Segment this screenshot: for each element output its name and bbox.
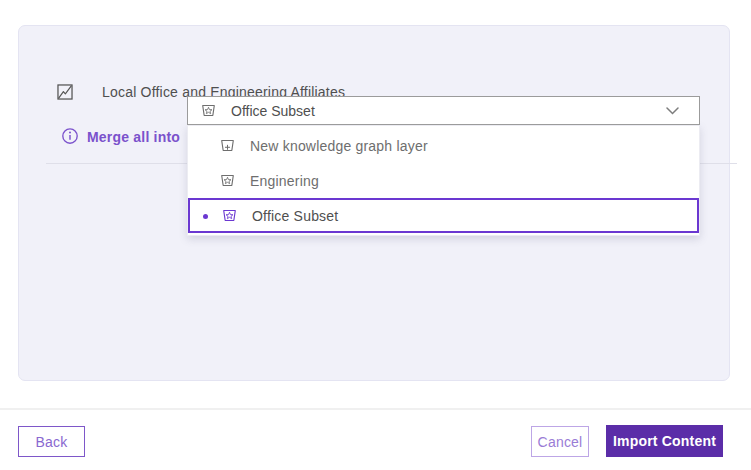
info-icon[interactable] — [61, 127, 79, 145]
knowledge-graph-layer-icon — [221, 207, 238, 224]
knowledge-graph-layer-icon — [219, 172, 236, 189]
dropdown-item-new-layer[interactable]: New knowledge graph layer — [188, 128, 699, 163]
back-button[interactable]: Back — [18, 426, 85, 457]
select-value: Office Subset — [231, 103, 666, 119]
new-knowledge-graph-layer-icon — [219, 137, 236, 154]
merge-target-dropdown: New knowledge graph layer Enginering Off… — [187, 125, 700, 236]
dropdown-item-enginering[interactable]: Enginering — [188, 163, 699, 198]
dropdown-item-label: Office Subset — [252, 208, 338, 224]
cancel-button[interactable]: Cancel — [531, 426, 589, 457]
merge-target-select[interactable]: Office Subset — [187, 96, 700, 125]
dropdown-item-label: Enginering — [250, 173, 319, 189]
selected-bullet — [203, 214, 208, 219]
knowledge-graph-layer-icon — [200, 102, 217, 119]
dropdown-item-office-subset[interactable]: Office Subset — [188, 198, 699, 233]
sketch-layer-icon — [56, 83, 74, 101]
chevron-down-icon — [666, 107, 679, 115]
import-content-button[interactable]: Import Content — [606, 425, 723, 457]
footer-divider — [0, 408, 751, 410]
dropdown-item-label: New knowledge graph layer — [250, 138, 428, 154]
merge-all-into-label: Merge all into — [87, 129, 180, 145]
